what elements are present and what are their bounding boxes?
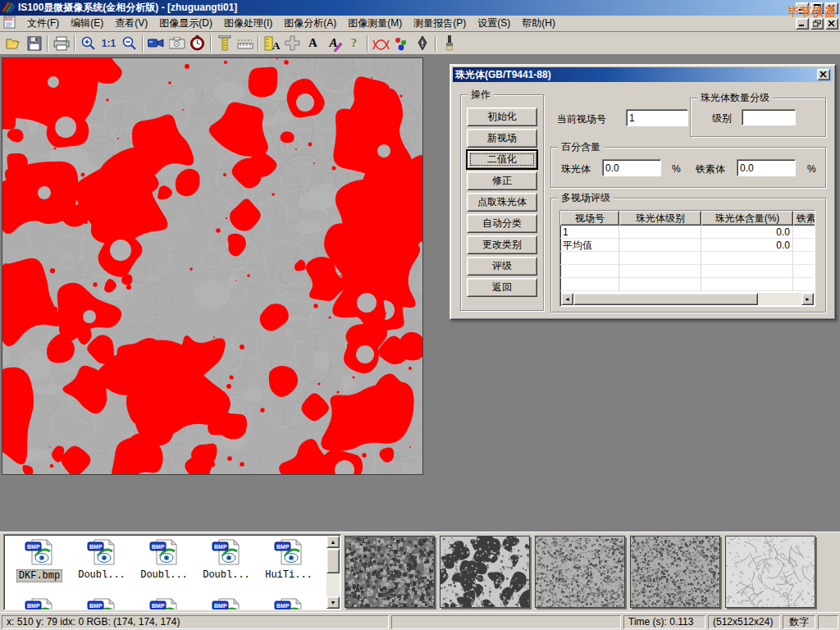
file-name[interactable]: HuiTi... [263, 569, 314, 581]
status-mode: 数字 [783, 615, 815, 629]
col-ferrite[interactable]: 铁素体 [793, 211, 815, 226]
svg-text:BMP: BMP [27, 544, 40, 550]
metallograph-image[interactable] [2, 57, 423, 475]
correct-button[interactable]: 修正 [467, 171, 537, 190]
pearlite-dialog: 珠光体(GB/T9441-88) 操作 初始化 新视场 二值化 修正 点取珠光体… [450, 64, 836, 320]
thumbnail-4[interactable] [630, 536, 720, 608]
file-item[interactable]: BMP [198, 597, 255, 610]
spline-icon[interactable] [371, 34, 391, 53]
scrollbar-thumb[interactable] [573, 293, 758, 305]
pearlite-percent-sign: % [672, 163, 681, 175]
scroll-up-icon[interactable]: ▲ [326, 536, 340, 548]
text-edit-icon[interactable]: A [323, 34, 344, 53]
pearlite-percent-input[interactable] [602, 159, 661, 176]
scrollbar-thumb[interactable] [326, 549, 340, 573]
menu-edit[interactable]: 编辑(E) [65, 15, 109, 32]
file-item[interactable]: BMPDoubl... [198, 538, 255, 581]
help-icon[interactable]: ? [344, 34, 364, 53]
dialog-close-icon[interactable] [817, 69, 830, 80]
app-icon [2, 1, 15, 16]
file-item[interactable]: BMP [260, 597, 317, 610]
measure-label-icon[interactable]: A [262, 34, 282, 53]
table-header-row: 视场号 珠光体级别 珠光体含量(%) 铁素体 [560, 211, 815, 226]
toolbar-separator [74, 35, 75, 52]
file-browser[interactable]: BMPDKF.bmp BMPDoubl... BMPDoubl... BMPDo… [3, 534, 341, 610]
menu-measure-report[interactable]: 测量报告(P) [408, 15, 472, 32]
col-field-number[interactable]: 视场号 [560, 211, 619, 226]
camera-icon[interactable] [167, 34, 187, 53]
zoom-out-icon[interactable] [119, 34, 139, 53]
current-field-input[interactable] [626, 109, 688, 126]
table-horizontal-scrollbar[interactable]: ◄ ► [561, 293, 814, 305]
grade-input[interactable] [742, 109, 796, 126]
file-item[interactable]: BMPHuiTi... [260, 538, 317, 581]
rate-button[interactable]: 评级 [467, 257, 537, 276]
timer-icon[interactable] [187, 34, 208, 53]
ferrite-percent-sign: % [807, 163, 816, 175]
file-item[interactable]: BMPDoubl... [73, 538, 130, 581]
ferrite-label: 铁素体 [696, 162, 725, 176]
init-button[interactable]: 初始化 [467, 107, 537, 126]
thumbnail-5[interactable] [725, 536, 815, 608]
menu-image-processing[interactable]: 图像处理(I) [218, 15, 278, 32]
scroll-right-icon[interactable]: ► [801, 293, 814, 305]
multifield-table[interactable]: 视场号 珠光体级别 珠光体含量(%) 铁素体 1 0.0 平均值 0.0 [559, 210, 815, 307]
file-name[interactable]: Doubl... [201, 569, 252, 581]
table-row[interactable]: 平均值 0.0 [560, 239, 815, 252]
change-class-button[interactable]: 更改类别 [467, 235, 537, 254]
file-list-scrollbar[interactable]: ▲ ▼ [326, 536, 340, 609]
open-icon[interactable] [3, 34, 24, 53]
pen-icon[interactable] [412, 34, 432, 53]
menu-image-display[interactable]: 图像显示(D) [153, 15, 218, 32]
file-item[interactable]: BMPDKF.bmp [11, 538, 68, 582]
status-time: Time (s): 0.113 [623, 615, 705, 629]
save-icon[interactable] [24, 34, 44, 53]
move-icon[interactable] [282, 34, 303, 53]
menu-view[interactable]: 查看(V) [109, 15, 153, 32]
document-icon[interactable]: DOC [3, 16, 16, 31]
file-name[interactable]: Doubl... [139, 569, 189, 581]
thumbnail-3[interactable] [535, 536, 625, 608]
menu-image-analysis[interactable]: 图像分析(A) [278, 15, 342, 32]
binarize-button[interactable]: 二值化 [467, 150, 537, 169]
print-icon[interactable] [51, 34, 71, 53]
scroll-down-icon[interactable]: ▼ [326, 596, 340, 609]
scroll-left-icon[interactable]: ◄ [561, 293, 573, 305]
col-pearlite-grade[interactable]: 珠光体级别 [619, 211, 701, 226]
pick-pearlite-button[interactable]: 点取珠光体 [467, 193, 537, 212]
video-capture-icon[interactable] [146, 34, 167, 53]
text-icon[interactable]: A [303, 34, 323, 53]
file-item[interactable]: BMP [135, 597, 193, 610]
actual-size-icon[interactable]: 1:1 [98, 34, 119, 53]
markers-icon[interactable] [391, 34, 412, 53]
thumbnail-1[interactable] [345, 536, 435, 608]
brush-icon[interactable] [439, 34, 459, 53]
table-row[interactable]: 1 0.0 [560, 226, 815, 239]
zoom-in-icon[interactable] [78, 34, 98, 53]
file-name[interactable]: Doubl... [76, 569, 127, 581]
menu-image-measure[interactable]: 图像测量(M) [342, 15, 408, 32]
caliper-icon[interactable] [214, 34, 235, 53]
cell-ferrite [793, 239, 815, 251]
file-item[interactable]: BMPDoubl... [135, 538, 193, 581]
file-item[interactable]: BMP [11, 597, 68, 610]
svg-text:BMP: BMP [89, 544, 103, 550]
ruler-icon[interactable] [235, 34, 255, 53]
cell-ferrite [793, 226, 815, 238]
status-image-size: (512x512x24) [708, 615, 780, 629]
menu-help[interactable]: 帮助(H) [516, 15, 561, 32]
auto-classify-button[interactable]: 自动分类 [467, 214, 537, 233]
ferrite-percent-input[interactable] [737, 159, 796, 176]
dialog-title-bar[interactable]: 珠光体(GB/T9441-88) [453, 67, 833, 82]
cell-content: 0.0 [701, 239, 793, 251]
col-pearlite-content[interactable]: 珠光体含量(%) [701, 211, 793, 226]
file-name[interactable]: DKF.bmp [16, 569, 62, 582]
new-field-button[interactable]: 新视场 [467, 129, 537, 148]
svg-text:BMP: BMP [276, 603, 290, 609]
menu-settings[interactable]: 设置(S) [472, 15, 516, 32]
cell-field: 1 [560, 226, 619, 238]
file-item[interactable]: BMP [73, 597, 130, 610]
thumbnail-2[interactable] [440, 536, 530, 608]
return-button[interactable]: 返回 [467, 278, 537, 297]
menu-file[interactable]: 文件(F) [21, 15, 65, 32]
